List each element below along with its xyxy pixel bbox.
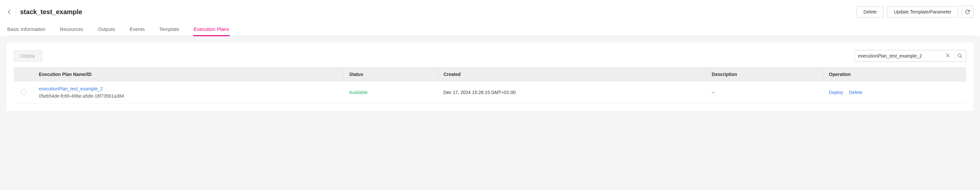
tab-resources[interactable]: Resources (59, 23, 84, 36)
execution-plans-table: Execution Plan Name/ID Status Created De… (14, 67, 966, 103)
search-button[interactable] (957, 53, 963, 59)
update-template-button[interactable]: Update Template/Parameter (887, 6, 958, 17)
col-created: Created (438, 67, 706, 82)
delete-button[interactable]: Delete (857, 6, 884, 17)
back-button[interactable] (6, 9, 12, 14)
tab-events[interactable]: Events (129, 23, 145, 36)
content-panel: Deploy Execution Plan Name/ID Status Cre… (6, 43, 974, 111)
refresh-icon (964, 9, 970, 15)
table-row: executionPlan_test_example_2 05eb54de-fc… (14, 82, 966, 103)
col-status: Status (344, 67, 438, 82)
tab-basic-information[interactable]: Basic Information (6, 23, 46, 36)
search-input[interactable] (858, 53, 944, 59)
tab-outputs[interactable]: Outputs (97, 23, 116, 36)
created-cell: Dec 17, 2024 15:26:15 GMT+01:00 (438, 82, 706, 103)
clear-search-button[interactable] (944, 53, 952, 59)
col-select (14, 67, 33, 82)
status-badge: Available (349, 90, 368, 95)
tab-template[interactable]: Template (159, 23, 180, 36)
col-operation: Operation (823, 67, 966, 82)
page-title: stack_test_example (20, 8, 82, 16)
search-icon (957, 53, 963, 59)
search-box (854, 50, 966, 62)
row-delete-link[interactable]: Delete (849, 90, 862, 95)
col-description: Description (706, 67, 823, 82)
refresh-button[interactable] (962, 6, 974, 18)
svg-point-0 (958, 54, 961, 57)
deploy-button[interactable]: Deploy (14, 50, 42, 62)
col-name: Execution Plan Name/ID (33, 67, 344, 82)
close-icon (946, 54, 950, 57)
description-cell: -- (706, 82, 823, 103)
plan-name-link[interactable]: executionPlan_test_example_2 (39, 86, 339, 91)
tab-execution-plans[interactable]: Execution Plans (193, 23, 230, 36)
tab-bar: Basic Information Resources Outputs Even… (6, 23, 974, 36)
row-radio[interactable] (21, 89, 27, 95)
row-deploy-link[interactable]: Deploy (829, 90, 843, 95)
plan-id: 05eb54de-fc66-496e-a5de-16f73561a384 (39, 93, 339, 99)
